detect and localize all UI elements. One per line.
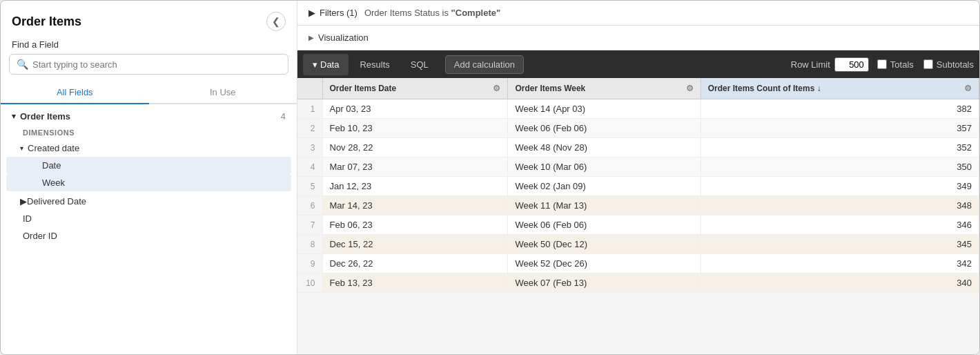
- cell-count: 346: [700, 215, 979, 235]
- col-header-week[interactable]: Order Items Week ⚙: [508, 78, 700, 99]
- tab-data-arrow: ▾: [313, 59, 317, 70]
- cell-count: 342: [700, 254, 979, 274]
- cell-count: 382: [700, 99, 979, 119]
- cell-row-num: 4: [297, 157, 322, 177]
- cell-count: 352: [700, 138, 979, 157]
- filter-description: Order Items Status is "Complete": [364, 8, 500, 18]
- cell-count: 349: [700, 177, 979, 196]
- col-gear-count[interactable]: ⚙: [964, 84, 972, 93]
- cell-date: Apr 03, 23: [322, 99, 508, 119]
- cell-row-num: 7: [297, 215, 322, 235]
- cell-count: 357: [700, 119, 979, 138]
- sidebar-header: Order Items ❮: [1, 1, 297, 37]
- sidebar: Order Items ❮ Find a Field 🔍 All Fields …: [1, 1, 297, 354]
- field-order-id[interactable]: Order ID: [1, 227, 297, 244]
- delivered-date-arrow: ▶: [20, 196, 27, 207]
- field-date[interactable]: Date: [6, 157, 291, 174]
- subtotals-checkbox-label[interactable]: Subtotals: [923, 59, 974, 70]
- tab-all-fields[interactable]: All Fields: [1, 81, 149, 103]
- table-row: 7Feb 06, 23Week 06 (Feb 06)346: [297, 215, 979, 235]
- cell-week: Week 52 (Dec 26): [508, 254, 700, 274]
- col-header-date[interactable]: Order Items Date ⚙: [322, 78, 508, 99]
- sidebar-title: Order Items: [12, 15, 81, 29]
- group-expand-arrow: ▾: [12, 112, 16, 121]
- tab-data[interactable]: ▾ Data: [303, 54, 349, 75]
- table-row: 8Dec 15, 22Week 50 (Dec 12)345: [297, 235, 979, 254]
- created-date-header[interactable]: ▾ Created date: [1, 140, 297, 157]
- filters-arrow-icon: ▶: [308, 8, 315, 18]
- filters-toggle[interactable]: ▶ Filters (1): [308, 8, 357, 18]
- table-row: 9Dec 26, 22Week 52 (Dec 26)342: [297, 254, 979, 274]
- tab-in-use[interactable]: In Use: [149, 81, 297, 103]
- table-row: 2Feb 10, 23Week 06 (Feb 06)357: [297, 119, 979, 138]
- cell-count: 345: [700, 235, 979, 254]
- find-field-label: Find a Field: [1, 37, 297, 54]
- search-box: 🔍: [9, 54, 288, 75]
- col-title-count: Order Items Count of Items ↓: [708, 84, 821, 93]
- table-row: 6Mar 14, 23Week 11 (Mar 13)348: [297, 196, 979, 215]
- table-body: 1Apr 03, 23Week 14 (Apr 03)3822Feb 10, 2…: [297, 99, 979, 293]
- totals-checkbox-label[interactable]: Totals: [877, 59, 914, 70]
- cell-row-num: 10: [297, 274, 322, 293]
- subtotals-checkbox[interactable]: [923, 59, 933, 69]
- table-header-row: Order Items Date ⚙ Order Items Week ⚙: [297, 78, 979, 99]
- cell-date: Nov 28, 22: [322, 138, 508, 157]
- cell-row-num: 8: [297, 235, 322, 254]
- field-list: ▾ Order Items 4 DIMENSIONS ▾ Created dat…: [1, 104, 297, 354]
- cell-week: Week 06 (Feb 06): [508, 119, 700, 138]
- filters-bar: ▶ Filters (1) Order Items Status is "Com…: [297, 1, 979, 26]
- col-header-count[interactable]: Order Items Count of Items ↓ ⚙: [700, 78, 979, 99]
- data-table-container: Order Items Date ⚙ Order Items Week ⚙: [297, 78, 979, 354]
- cell-week: Week 06 (Feb 06): [508, 215, 700, 235]
- cell-count: 340: [700, 274, 979, 293]
- cell-date: Feb 13, 23: [322, 274, 508, 293]
- cell-week: Week 07 (Feb 13): [508, 274, 700, 293]
- data-toolbar: ▾ Data Results SQL Add calculation Row L…: [297, 50, 979, 78]
- table-row: 3Nov 28, 22Week 48 (Nov 28)352: [297, 138, 979, 157]
- cell-week: Week 48 (Nov 28): [508, 138, 700, 157]
- cell-count: 350: [700, 157, 979, 177]
- delivered-date-header[interactable]: ▶ Delivered Date: [1, 193, 297, 210]
- totals-checkbox[interactable]: [877, 59, 887, 69]
- row-limit-input[interactable]: [834, 57, 869, 72]
- tab-sql[interactable]: SQL: [401, 54, 438, 75]
- field-tabs: All Fields In Use: [1, 81, 297, 104]
- cell-date: Mar 07, 23: [322, 157, 508, 177]
- cell-week: Week 11 (Mar 13): [508, 196, 700, 215]
- collapse-sidebar-button[interactable]: ❮: [266, 12, 286, 31]
- checkbox-group: Totals Subtotals: [877, 59, 974, 70]
- search-input[interactable]: [32, 59, 281, 70]
- add-calculation-button[interactable]: Add calculation: [445, 55, 524, 74]
- cell-date: Jan 12, 23: [322, 177, 508, 196]
- table-row: 5Jan 12, 23Week 02 (Jan 09)349: [297, 177, 979, 196]
- dimensions-label: DIMENSIONS: [1, 126, 297, 138]
- order-items-group-header[interactable]: ▾ Order Items 4: [1, 107, 297, 126]
- cell-row-num: 5: [297, 177, 322, 196]
- tab-results[interactable]: Results: [350, 54, 399, 75]
- group-count: 4: [281, 111, 286, 122]
- col-title-week: Order Items Week: [515, 84, 585, 93]
- cell-row-num: 3: [297, 138, 322, 157]
- app-container: Order Items ❮ Find a Field 🔍 All Fields …: [0, 0, 980, 355]
- col-title-date: Order Items Date: [330, 84, 397, 93]
- cell-count: 348: [700, 196, 979, 215]
- search-icon: 🔍: [17, 59, 28, 70]
- col-gear-date[interactable]: ⚙: [493, 84, 500, 93]
- visualization-bar[interactable]: ▶ Visualization: [297, 26, 979, 50]
- col-gear-week[interactable]: ⚙: [686, 84, 694, 93]
- cell-week: Week 02 (Jan 09): [508, 177, 700, 196]
- created-date-group: ▾ Created date Date Week: [1, 138, 297, 193]
- data-table: Order Items Date ⚙ Order Items Week ⚙: [297, 78, 979, 293]
- table-row: 10Feb 13, 23Week 07 (Feb 13)340: [297, 274, 979, 293]
- cell-row-num: 1: [297, 99, 322, 119]
- field-id[interactable]: ID: [1, 210, 297, 227]
- cell-date: Dec 26, 22: [322, 254, 508, 274]
- table-row: 1Apr 03, 23Week 14 (Apr 03)382: [297, 99, 979, 119]
- field-week[interactable]: Week: [6, 174, 291, 191]
- cell-date: Feb 06, 23: [322, 215, 508, 235]
- row-limit-label: Row Limit: [791, 59, 830, 70]
- filters-label: Filters (1): [320, 8, 357, 18]
- visualization-label: Visualization: [318, 32, 369, 43]
- cell-row-num: 2: [297, 119, 322, 138]
- cell-row-num: 6: [297, 196, 322, 215]
